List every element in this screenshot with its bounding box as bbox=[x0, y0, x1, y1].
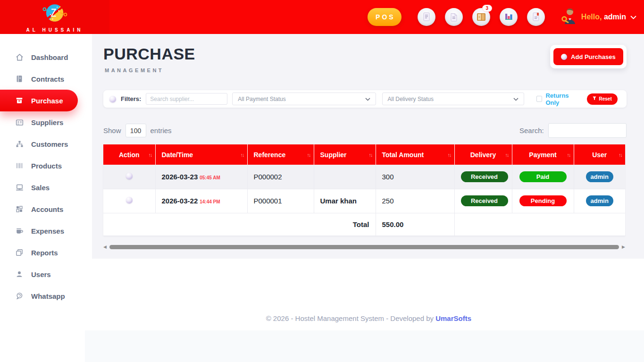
sidebar-item-label: Reports bbox=[31, 249, 58, 257]
top-navbar: AL HUSSAIN POS bbox=[0, 0, 644, 34]
contract-icon bbox=[15, 74, 24, 84]
sitemap-icon bbox=[15, 139, 24, 149]
user-cell: admin bbox=[574, 189, 625, 213]
funnel-icon bbox=[593, 96, 596, 101]
sidebar-item-label: Purchase bbox=[31, 97, 63, 105]
payment-cell: Pending bbox=[512, 189, 574, 213]
umarsofts-link[interactable]: UmarSofts bbox=[435, 314, 471, 322]
supplier-cell: Umar khan bbox=[314, 189, 376, 213]
entries-label: entries bbox=[151, 126, 172, 135]
column-header-payment[interactable]: Payment↑↓ bbox=[512, 144, 574, 165]
sidebar-item-contracts[interactable]: Contracts bbox=[0, 68, 92, 90]
add-purchases-button[interactable]: Add Purchases bbox=[553, 48, 623, 65]
sidebar-item-reports[interactable]: Reports bbox=[0, 242, 92, 263]
search-label: Search: bbox=[519, 126, 544, 135]
chart-icon[interactable] bbox=[500, 8, 518, 26]
sort-icon: ↑↓ bbox=[369, 152, 372, 158]
show-label: Show bbox=[103, 126, 121, 135]
total-label: Total bbox=[314, 213, 376, 236]
entries-count-input[interactable] bbox=[125, 124, 146, 137]
payment-status-badge: Paid bbox=[519, 171, 567, 182]
column-header-supplier[interactable]: Supplier↑↓ bbox=[314, 144, 376, 165]
sphere-icon bbox=[109, 96, 116, 102]
table-controls: Show entries Search: bbox=[103, 123, 627, 138]
returns-only-label: Returns Only bbox=[545, 92, 582, 106]
empty-cell bbox=[454, 213, 625, 236]
user-cell: admin bbox=[574, 165, 625, 189]
sidebar-item-purchase[interactable]: Purchase bbox=[0, 90, 78, 111]
delivery-status-badge: Received bbox=[461, 195, 508, 206]
column-header-total-amount[interactable]: Total Amount↑↓ bbox=[376, 144, 454, 165]
user-badge: admin bbox=[586, 195, 613, 206]
greeting-text: Hello, admin bbox=[581, 13, 626, 21]
scroll-right-arrow-icon[interactable]: ▶ bbox=[622, 245, 625, 249]
id-card-icon bbox=[15, 118, 24, 127]
sidebar-item-users[interactable]: Users bbox=[0, 263, 92, 285]
delivery-status-select[interactable]: All Delivery Status bbox=[382, 93, 524, 105]
sidebar-item-sales[interactable]: Sales bbox=[0, 177, 92, 198]
report-icon[interactable] bbox=[445, 8, 463, 26]
column-header-user[interactable]: User↑↓ bbox=[574, 144, 625, 165]
sidebar-item-label: Accounts bbox=[31, 205, 63, 213]
cup-icon bbox=[15, 226, 24, 236]
sidebar-item-dashboard[interactable]: Dashboard bbox=[0, 46, 92, 68]
journal-icon[interactable] bbox=[527, 8, 545, 26]
purchase-box-icon bbox=[15, 96, 24, 105]
table-row: 2026-03-2214:44 PM P000001 Umar khan 250… bbox=[103, 189, 625, 213]
brand-logo[interactable]: AL HUSSAIN bbox=[0, 0, 109, 34]
sidebar-item-products[interactable]: Products bbox=[0, 155, 92, 177]
sidebar-item-accounts[interactable]: Accounts bbox=[0, 198, 92, 220]
reset-filters-button[interactable]: Reset bbox=[587, 93, 617, 105]
pos-button[interactable]: POS bbox=[368, 8, 401, 26]
date-time-cell: 2026-03-2214:44 PM bbox=[155, 189, 247, 213]
sidebar-item-suppliers[interactable]: Suppliers bbox=[0, 111, 92, 133]
invoice-icon[interactable] bbox=[418, 8, 435, 26]
sidebar-item-whatsapp[interactable]: Whatsapp bbox=[0, 285, 92, 307]
supplier-cell bbox=[314, 165, 376, 189]
chevron-down-icon bbox=[513, 96, 519, 102]
column-header-reference[interactable]: Reference↑↓ bbox=[247, 144, 314, 165]
sidebar-item-expenses[interactable]: Expenses bbox=[0, 220, 92, 242]
row-action-button[interactable] bbox=[126, 197, 133, 203]
returns-only-checkbox[interactable] bbox=[536, 96, 543, 102]
column-header-date-time[interactable]: Date/Time↑↓ bbox=[155, 144, 247, 165]
page-title-block: PURCHASE MANAGEMENT bbox=[103, 45, 195, 73]
horizontal-scrollbar: ◀ ▶ bbox=[103, 245, 625, 249]
column-header-delivery[interactable]: Delivery↑↓ bbox=[454, 144, 512, 165]
payment-cell: Paid bbox=[512, 165, 574, 189]
chevron-down-icon[interactable] bbox=[630, 13, 636, 21]
sidebar-nav: Dashboard Contracts Purchase Suppliers bbox=[0, 34, 92, 362]
date-time-cell: 2026-03-2305:45 AM bbox=[155, 165, 247, 189]
table-search-input[interactable] bbox=[548, 123, 627, 138]
purchases-table: Action↑↓ Date/Time↑↓ Reference↑↓ Supplie… bbox=[103, 144, 625, 236]
ledger-icon[interactable]: 3 bbox=[472, 8, 490, 26]
main-content: PURCHASE MANAGEMENT Add Purchases Filter… bbox=[92, 34, 644, 362]
sort-icon: ↑↓ bbox=[241, 152, 244, 158]
barcode-icon bbox=[15, 161, 24, 170]
scroll-left-arrow-icon[interactable]: ◀ bbox=[103, 245, 107, 249]
table-row: 2026-03-2305:45 AM P000002 300 Received … bbox=[103, 165, 625, 189]
supplier-search-input[interactable] bbox=[146, 93, 227, 105]
laptop-icon bbox=[15, 183, 24, 192]
sidebar-item-label: Expenses bbox=[31, 227, 64, 235]
payment-status-badge: Pending bbox=[519, 195, 567, 206]
sidebar-item-customers[interactable]: Customers bbox=[0, 133, 92, 155]
action-cell bbox=[103, 165, 155, 189]
payment-status-select[interactable]: All Payment Status bbox=[232, 93, 376, 105]
total-value: 550.00 bbox=[376, 213, 454, 236]
copyright-text: © 2026 - Hostel Management System - Deve… bbox=[266, 314, 471, 322]
chevron-down-icon bbox=[365, 96, 370, 102]
sort-icon: ↑↓ bbox=[567, 152, 570, 158]
scrollbar-thumb[interactable] bbox=[109, 245, 619, 249]
sidebar-item-label: Suppliers bbox=[31, 118, 63, 126]
ledger-badge-count: 3 bbox=[482, 5, 492, 12]
sort-icon: ↑↓ bbox=[619, 152, 622, 158]
sort-icon: ↑↓ bbox=[149, 152, 152, 158]
brand-name: AL HUSSAIN bbox=[26, 27, 84, 33]
sidebar-item-label: Sales bbox=[31, 184, 50, 192]
returns-only-toggle[interactable]: Returns Only bbox=[536, 92, 583, 106]
sidebar-item-label: Whatsapp bbox=[31, 292, 65, 300]
row-action-button[interactable] bbox=[126, 173, 133, 179]
user-menu[interactable]: Hello, admin bbox=[561, 7, 636, 27]
column-header-action[interactable]: Action↑↓ bbox=[103, 144, 155, 165]
